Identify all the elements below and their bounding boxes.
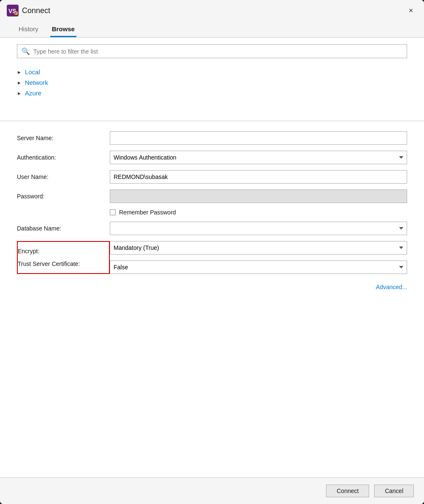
authentication-control: Windows Authentication SQL Server Authen… [110, 151, 407, 164]
tab-bar: History Browse [0, 21, 424, 37]
bottom-bar: Connect Cancel [0, 478, 424, 504]
app-icon: VS P [7, 5, 19, 16]
connect-button[interactable]: Connect [326, 485, 369, 497]
expand-arrow-local: ► [17, 70, 22, 75]
user-name-label: User Name: [17, 173, 110, 180]
browse-content: ► Local ► Network ► Azure [0, 62, 424, 121]
database-name-select[interactable] [110, 222, 407, 235]
authentication-label: Authentication: [17, 154, 110, 161]
highlight-labels-box: Encrypt: Trust Server Certificate: [17, 241, 110, 274]
trust-server-cert-label: Trust Server Certificate: [18, 260, 111, 267]
search-icon: 🔍 [22, 47, 30, 55]
tree-item-azure[interactable]: ► Azure [17, 88, 407, 98]
expand-arrow-network: ► [17, 80, 22, 85]
tree-label-network: Network [25, 79, 48, 86]
database-name-label: Database Name: [17, 225, 110, 232]
encrypt-control: Mandatory (True) Optional (False) Strict… [110, 241, 407, 255]
encrypt-label: Encrypt: [18, 248, 111, 260]
tree-item-network[interactable]: ► Network [17, 77, 407, 88]
highlight-section: Encrypt: Trust Server Certificate: Manda… [17, 241, 407, 274]
search-box: 🔍 [17, 44, 407, 58]
advanced-link[interactable]: Advanced... [376, 284, 407, 290]
expand-arrow-azure: ► [17, 91, 22, 96]
server-name-label: Server Name: [17, 135, 110, 141]
user-name-input[interactable] [110, 170, 407, 184]
remember-password-checkbox[interactable] [110, 209, 116, 215]
database-name-row: Database Name: [17, 222, 407, 235]
connect-dialog: VS P Connect × History Browse 🔍 ► Local … [0, 0, 424, 504]
svg-text:P: P [15, 12, 17, 15]
tab-history[interactable]: History [17, 21, 40, 37]
search-area: 🔍 [0, 38, 424, 62]
server-name-control [110, 131, 407, 145]
user-name-row: User Name: [17, 170, 407, 184]
search-input[interactable] [33, 48, 402, 55]
password-label: Password: [17, 193, 110, 200]
tree-item-local[interactable]: ► Local [17, 67, 407, 77]
remember-password-label: Remember Password [119, 209, 176, 216]
tree-label-azure: Azure [25, 89, 41, 97]
tree-area: ► Local ► Network ► Azure [0, 62, 424, 103]
server-name-input[interactable] [110, 131, 407, 145]
form-area: Server Name: Authentication: Windows Aut… [0, 121, 424, 477]
advanced-link-area: Advanced... [17, 280, 407, 294]
password-input [110, 190, 407, 203]
tab-browse[interactable]: Browse [50, 21, 76, 37]
user-name-control [110, 170, 407, 184]
encrypt-select[interactable]: Mandatory (True) Optional (False) Strict… [110, 241, 407, 255]
cancel-button[interactable]: Cancel [374, 485, 414, 497]
trust-server-cert-select[interactable]: False True [110, 260, 407, 274]
authentication-row: Authentication: Windows Authentication S… [17, 151, 407, 164]
tree-label-local: Local [25, 68, 40, 76]
server-name-row: Server Name: [17, 131, 407, 145]
password-row: Password: [17, 190, 407, 203]
close-button[interactable]: × [405, 4, 417, 17]
highlight-controls: Mandatory (True) Optional (False) Strict… [110, 241, 407, 274]
title-bar: VS P Connect × [0, 0, 424, 21]
authentication-select[interactable]: Windows Authentication SQL Server Authen… [110, 151, 407, 164]
trust-server-cert-control: False True [110, 260, 407, 274]
dialog-title: Connect [22, 6, 405, 15]
password-control [110, 190, 407, 203]
database-name-control [110, 222, 407, 235]
remember-password-row: Remember Password [110, 209, 407, 216]
